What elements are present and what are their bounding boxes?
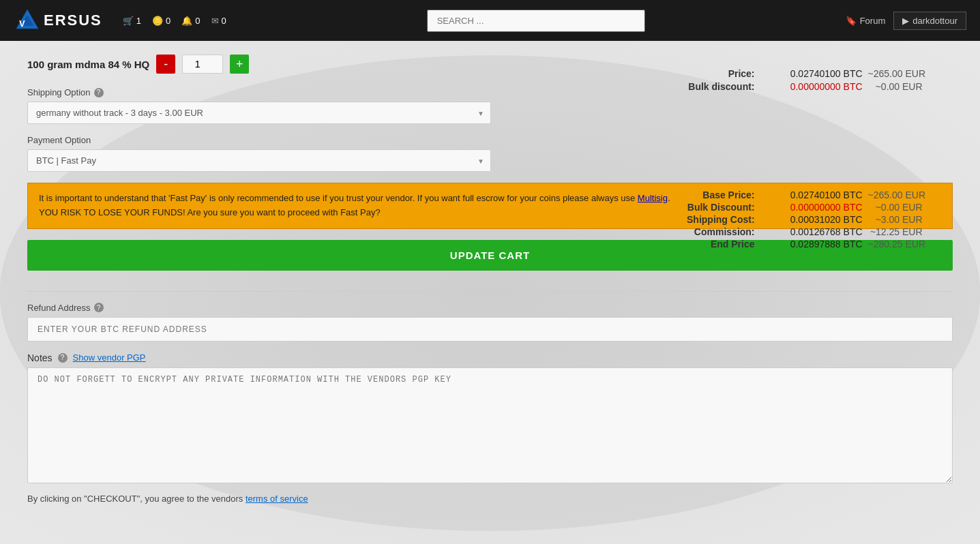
refund-help-icon[interactable]: ? [94, 303, 104, 312]
shipping-cost-eur: ~3.00 EUR [868, 214, 923, 225]
coins-icon: 🪙 [152, 16, 163, 26]
notes-help-icon[interactable]: ? [58, 353, 68, 363]
commission-eur: ~12.25 EUR [868, 226, 923, 237]
shipping-label-text: Shipping Option [27, 87, 91, 97]
notes-section: Notes ? Show vendor PGP [27, 352, 953, 485]
price-label: Price: [680, 68, 755, 79]
shipping-select[interactable]: germany without track - 3 days - 3.00 EU… [27, 102, 491, 124]
divider [27, 291, 953, 292]
quantity-plus-button[interactable]: + [230, 55, 249, 74]
forum-label: Forum [860, 16, 886, 26]
footer-text: By clicking on "CHECKOUT", you agree to … [27, 494, 246, 504]
cart-nav[interactable]: 🛒 1 [123, 16, 141, 26]
header-right: 🔖 Forum ▶ darkdottour [846, 12, 966, 30]
header: V ERSUS 🛒 1 🪙 0 🔔 0 ✉ 0 🔖 Forum ▶ [0, 0, 980, 41]
form-section: Shipping Option ? germany without track … [27, 87, 953, 504]
show-vendor-pgp-link[interactable]: Show vendor PGP [73, 352, 146, 363]
price-btc: 0.02740100 BTC [760, 68, 863, 79]
shipping-cost-row: Shipping Cost: 0.00031020 BTC ~3.00 EUR [666, 214, 925, 225]
end-price-eur: ~280.25 EUR [868, 239, 925, 250]
base-price-label: Base Price: [666, 190, 755, 200]
shipping-label: Shipping Option ? [27, 87, 953, 97]
chevron-right-icon: ▶ [902, 16, 909, 26]
svg-text:V: V [19, 18, 25, 29]
payment-label: Payment Option [27, 135, 953, 145]
coins-nav[interactable]: 🪙 0 [152, 16, 170, 26]
notifications-nav[interactable]: 🔔 0 [181, 16, 200, 26]
notes-label-row: Notes ? Show vendor PGP [27, 352, 953, 363]
price-summary: Base Price: 0.02740100 BTC ~265.00 EUR B… [666, 190, 925, 251]
refund-section: Refund Address ? [27, 303, 953, 342]
bell-icon: 🔔 [181, 16, 192, 26]
base-price-row: Base Price: 0.02740100 BTC ~265.00 EUR [666, 190, 925, 200]
mail-icon: ✉ [211, 16, 219, 26]
commission-label: Commission: [666, 226, 755, 237]
end-price-btc: 0.02897888 BTC [760, 239, 863, 250]
cart-icon: 🛒 [123, 16, 134, 26]
multisig-link[interactable]: Multisig [638, 193, 668, 203]
warning-text-1: It is important to understand that 'Fast… [39, 193, 638, 203]
messages-nav[interactable]: ✉ 0 [211, 16, 226, 26]
refund-label: Refund Address ? [27, 303, 953, 313]
quantity-input-wrap [182, 55, 223, 74]
commission-btc: 0.00126768 BTC [760, 226, 863, 237]
username-label: darkdottour [912, 16, 957, 26]
end-price-row: End Price 0.02897888 BTC ~280.25 EUR [666, 239, 925, 250]
forum-button[interactable]: 🔖 Forum [846, 16, 886, 26]
refund-address-input[interactable] [27, 317, 953, 342]
search-input[interactable] [427, 10, 645, 32]
summary-bulk-discount-label: Bulk Discount: [666, 202, 755, 213]
base-price-btc: 0.02740100 BTC [760, 190, 863, 200]
summary-bulk-discount-row: Bulk Discount: 0.00000000 BTC ~0.00 EUR [666, 202, 925, 213]
quantity-minus-button[interactable]: - [156, 55, 175, 74]
price-eur: ~265.00 EUR [868, 68, 925, 79]
logo[interactable]: V ERSUS [14, 7, 102, 34]
product-row: 100 gram mdma 84 % HQ - + Price: 0.02740… [27, 55, 953, 74]
quantity-input[interactable] [182, 55, 223, 74]
terms-of-service-link[interactable]: terms of service [246, 494, 308, 504]
header-nav: 🛒 1 🪙 0 🔔 0 ✉ 0 [123, 16, 226, 26]
shipping-help-icon[interactable]: ? [94, 88, 104, 97]
logo-text: ERSUS [44, 12, 102, 29]
payment-select[interactable]: BTC | Fast Pay [27, 149, 491, 172]
summary-bulk-discount-eur: ~0.00 EUR [868, 202, 923, 213]
logo-icon: V [14, 7, 41, 34]
payment-select-wrapper: BTC | Fast Pay [27, 149, 491, 172]
cart-count: 1 [136, 16, 141, 26]
messages-count: 0 [222, 16, 226, 26]
header-search [240, 10, 832, 32]
shipping-select-wrapper: germany without track - 3 days - 3.00 EU… [27, 102, 491, 124]
refund-label-text: Refund Address [27, 303, 91, 313]
product-name: 100 gram mdma 84 % HQ [27, 59, 149, 70]
warning-text-3: YOU RISK TO LOSE YOUR FUNDS! Are you sur… [39, 207, 381, 217]
payment-label-text: Payment Option [27, 135, 91, 145]
notes-textarea[interactable] [27, 367, 953, 483]
shipping-cost-btc: 0.00031020 BTC [760, 214, 863, 225]
base-price-eur: ~265.00 EUR [868, 190, 925, 200]
main-content: 100 gram mdma 84 % HQ - + Price: 0.02740… [0, 41, 980, 544]
user-button[interactable]: ▶ darkdottour [893, 12, 966, 30]
price-row: Price: 0.02740100 BTC ~265.00 EUR [680, 68, 925, 79]
bottom-note: By clicking on "CHECKOUT", you agree to … [27, 494, 953, 504]
summary-bulk-discount-btc: 0.00000000 BTC [760, 202, 863, 213]
commission-row: Commission: 0.00126768 BTC ~12.25 EUR [666, 226, 925, 237]
bookmark-icon: 🔖 [846, 16, 857, 26]
notifications-count: 0 [195, 16, 200, 26]
notes-label-text: Notes [27, 352, 53, 363]
coins-count: 0 [166, 16, 170, 26]
shipping-cost-label: Shipping Cost: [666, 214, 755, 225]
end-price-label: End Price [666, 239, 755, 250]
